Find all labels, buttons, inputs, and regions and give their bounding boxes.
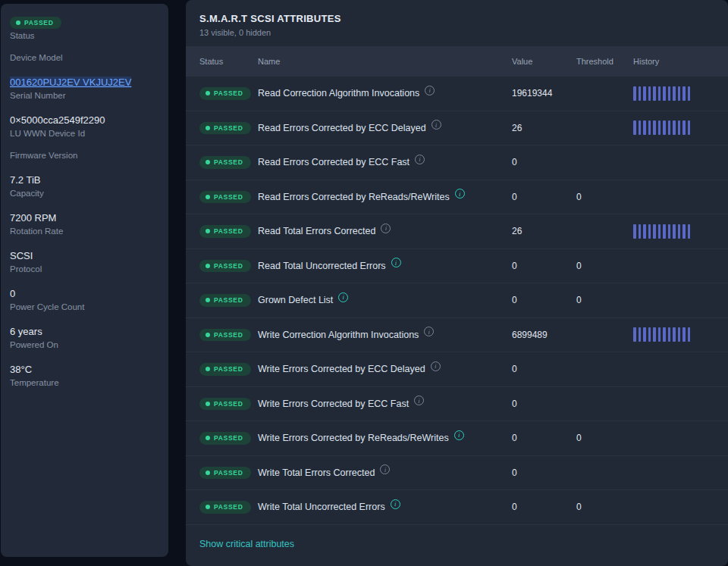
attribute-value: 26 — [512, 123, 576, 133]
column-header-value: Value — [512, 57, 576, 66]
info-icon[interactable]: i — [424, 327, 434, 336]
row-name-cell: Write Correction Algorithm Invocationsi — [258, 330, 512, 340]
status-dot-icon — [206, 402, 210, 406]
row-status-cell: PASSED — [199, 191, 258, 204]
sidebar-field-value: SCSI — [10, 250, 33, 261]
info-icon[interactable]: i — [415, 155, 425, 164]
attribute-row-read-errors-corrected-by-rereads-rewrites[interactable]: PASSEDRead Errors Corrected by ReReads/R… — [186, 180, 728, 215]
column-header-history: History — [633, 57, 714, 66]
card-footer: Show critical attributes — [186, 525, 728, 561]
attribute-row-write-correction-algorithm-invocations[interactable]: PASSEDWrite Correction Algorithm Invocat… — [186, 318, 728, 353]
history-bar — [643, 86, 646, 101]
attribute-row-write-total-errors-corrected[interactable]: PASSEDWrite Total Errors Correctedi0 — [186, 456, 728, 491]
row-status-cell: PASSED — [199, 225, 258, 238]
history-bar — [648, 327, 651, 342]
status-badge-label: PASSED — [214, 125, 243, 132]
passed-status-badge: PASSED — [199, 501, 251, 514]
info-icon[interactable]: i — [431, 361, 441, 371]
info-icon[interactable]: i — [425, 86, 435, 95]
passed-status-badge: PASSED — [199, 225, 251, 238]
history-bar — [633, 224, 636, 239]
attribute-name: Read Errors Corrected by ECC Fast — [258, 157, 410, 167]
attributes-table-header: StatusNameValueThresholdHistory — [186, 46, 728, 77]
status-dot-icon — [206, 333, 210, 337]
attribute-row-read-errors-corrected-by-ecc-delayed[interactable]: PASSEDRead Errors Corrected by ECC Delay… — [186, 111, 728, 146]
sidebar-field-firmware-version: Firmware Version — [10, 151, 159, 161]
row-name-cell: Write Errors Corrected by ReReads/ReWrit… — [258, 433, 512, 443]
status-badge-label: PASSED — [214, 194, 243, 201]
sidebar-fields: PASSEDStatusDevice Model001620PUJ2EV VKJ… — [10, 14, 159, 389]
attribute-row-read-correction-algorithm-invocations[interactable]: PASSEDRead Correction Algorithm Invocati… — [186, 77, 728, 111]
history-bar — [658, 327, 661, 342]
history-bar — [663, 86, 666, 101]
info-icon[interactable]: i — [431, 120, 441, 130]
row-status-cell: PASSED — [199, 260, 258, 273]
attribute-row-grown-defect-list[interactable]: PASSEDGrown Defect Listi00 — [186, 283, 728, 318]
show-critical-attributes-link[interactable]: Show critical attributes — [199, 539, 294, 549]
info-icon[interactable]: i — [454, 430, 464, 440]
attribute-row-write-errors-corrected-by-rereads-rewrites[interactable]: PASSEDWrite Errors Corrected by ReReads/… — [186, 421, 728, 456]
passed-status-badge: PASSED — [199, 122, 251, 135]
attribute-threshold: 0 — [576, 261, 633, 271]
info-icon[interactable]: i — [391, 258, 401, 267]
history-bar — [643, 224, 646, 239]
status-dot-icon — [206, 160, 210, 164]
attribute-row-read-errors-corrected-by-ecc-fast[interactable]: PASSEDRead Errors Corrected by ECC Fasti… — [186, 145, 728, 180]
status-badge-label: PASSED — [214, 228, 243, 235]
passed-status-badge: PASSED — [10, 17, 61, 30]
attribute-row-read-total-uncorrected-errors[interactable]: PASSEDRead Total Uncorrected Errorsi00 — [186, 249, 728, 284]
sidebar-field-value[interactable]: 001620PUJ2EV VKJUJ2EV — [10, 77, 131, 88]
sidebar-field-value: 6 years — [10, 326, 42, 337]
column-header-name: Name — [258, 57, 512, 66]
attribute-value: 0 — [512, 192, 576, 202]
attribute-row-write-errors-corrected-by-ecc-fast[interactable]: PASSEDWrite Errors Corrected by ECC Fast… — [186, 387, 728, 422]
attribute-history-cell — [633, 86, 714, 101]
info-icon[interactable]: i — [455, 189, 465, 199]
sidebar-field-lu-wwn-device-id: 0×5000cca2549f2290LU WWN Device Id — [10, 113, 159, 139]
attribute-threshold: 0 — [576, 192, 633, 202]
history-bar — [633, 86, 636, 101]
attribute-row-write-errors-corrected-by-ecc-delayed[interactable]: PASSEDWrite Errors Corrected by ECC Dela… — [186, 352, 728, 387]
history-bar — [639, 327, 642, 342]
card-title: S.M.A.R.T SCSI ATTRIBUTES — [199, 13, 714, 24]
attribute-name: Read Total Uncorrected Errors — [258, 261, 386, 271]
row-name-cell: Write Total Errors Correctedi — [258, 467, 512, 478]
attribute-name: Write Errors Corrected by ReReads/ReWrit… — [258, 433, 449, 443]
passed-status-badge: PASSED — [199, 467, 251, 480]
passed-status-badge: PASSED — [199, 363, 251, 376]
info-icon[interactable]: i — [414, 396, 424, 405]
history-bar — [678, 327, 681, 342]
attribute-row-write-total-uncorrected-errors[interactable]: PASSEDWrite Total Uncorrected Errorsi00 — [186, 490, 728, 525]
attribute-value: 0 — [512, 261, 576, 271]
history-bar — [682, 86, 686, 101]
attribute-value: 0 — [512, 364, 576, 374]
history-bar — [653, 327, 656, 342]
info-icon[interactable]: i — [380, 464, 390, 474]
attribute-value: 0 — [512, 433, 576, 443]
status-badge-label: PASSED — [214, 297, 243, 304]
row-status-cell: PASSED — [199, 87, 258, 100]
status-dot-icon — [206, 367, 210, 371]
attribute-threshold: 0 — [576, 295, 633, 305]
attribute-threshold: 0 — [576, 502, 633, 512]
info-icon[interactable]: i — [391, 499, 400, 509]
history-bar — [682, 120, 686, 135]
sidebar-field-label: Temperature — [10, 378, 159, 389]
status-badge-label: PASSED — [214, 90, 243, 97]
sidebar-field-temperature: 38°CTemperature — [10, 362, 159, 389]
attribute-row-read-total-errors-corrected[interactable]: PASSEDRead Total Errors Correctedi26 — [186, 214, 728, 249]
attribute-name: Write Errors Corrected by ECC Delayed — [258, 364, 425, 374]
attribute-value: 6899489 — [512, 330, 576, 340]
history-sparkline — [633, 327, 690, 342]
sidebar-field-value: 0 — [10, 288, 15, 299]
row-status-cell: PASSED — [199, 294, 258, 307]
sidebar-field-label: Rotation Rate — [10, 227, 159, 237]
column-header-status: Status — [199, 57, 258, 66]
attribute-value: 0 — [512, 502, 576, 512]
history-bar — [682, 327, 686, 342]
history-bar — [633, 120, 636, 135]
sidebar-field-serial-number: 001620PUJ2EV VKJUJ2EVSerial Number — [10, 75, 159, 102]
info-icon[interactable]: i — [338, 292, 348, 302]
info-icon[interactable]: i — [381, 224, 391, 233]
history-bar — [658, 86, 661, 101]
